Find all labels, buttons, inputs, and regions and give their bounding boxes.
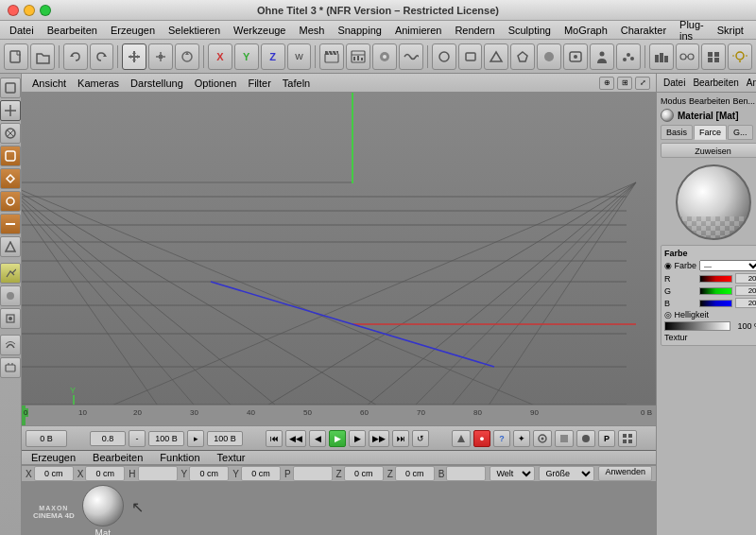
close-button[interactable] bbox=[8, 5, 19, 16]
toolbar-obj1[interactable] bbox=[432, 43, 456, 70]
menu-charakter[interactable]: Charakter bbox=[615, 24, 672, 37]
g-input[interactable] bbox=[735, 285, 756, 296]
pb-next-key[interactable]: ▶▶ bbox=[369, 430, 389, 447]
toolbar-keyframe[interactable] bbox=[372, 43, 397, 70]
toolbar-clapboard[interactable] bbox=[319, 43, 344, 70]
coord-x-input[interactable] bbox=[34, 466, 74, 481]
toolbar-light[interactable] bbox=[728, 43, 752, 70]
tab-textur[interactable]: Textur bbox=[214, 451, 249, 464]
toolbar-scatter[interactable] bbox=[616, 43, 641, 70]
sidebar-btn3[interactable] bbox=[0, 123, 21, 144]
sidebar-btn7[interactable] bbox=[0, 214, 21, 234]
pb-help[interactable]: ? bbox=[493, 430, 510, 447]
toolbar-world[interactable]: W bbox=[287, 43, 312, 70]
pb-step-back[interactable]: ◀ bbox=[309, 430, 326, 447]
menu-animieren[interactable]: Animieren bbox=[389, 24, 448, 37]
toolbar-new[interactable] bbox=[4, 43, 28, 70]
material-preview-ball[interactable] bbox=[82, 485, 124, 526]
toolbar-timeline[interactable] bbox=[346, 43, 370, 70]
vp-menu-darstellung[interactable]: Darstellung bbox=[126, 77, 188, 90]
r-input[interactable] bbox=[735, 273, 756, 284]
menu-datei[interactable]: Datei bbox=[4, 24, 40, 37]
g-slider[interactable] bbox=[699, 287, 733, 295]
pb-anim2[interactable] bbox=[555, 430, 574, 447]
vp-menu-ansicht[interactable]: Ansicht bbox=[27, 77, 71, 90]
coord-y-input[interactable] bbox=[189, 466, 229, 481]
farbe-dropdown[interactable]: — bbox=[699, 260, 756, 271]
right-menu-bearbeiten[interactable]: Bearbeiten bbox=[690, 77, 741, 89]
menu-bearbeiten[interactable]: Bearbeiten bbox=[42, 24, 103, 37]
vp-fullscreen-btn[interactable]: ⤢ bbox=[635, 77, 650, 90]
coord-b-input[interactable] bbox=[446, 466, 486, 481]
menu-snapping[interactable]: Snapping bbox=[332, 24, 387, 37]
toolbar-open[interactable] bbox=[30, 43, 55, 70]
pb-input1[interactable] bbox=[90, 431, 126, 446]
pb-record[interactable]: ● bbox=[473, 430, 490, 447]
sidebar-btn4[interactable] bbox=[0, 146, 21, 166]
right-menu-ansi[interactable]: Ansi... bbox=[744, 77, 756, 89]
menu-erzeugen[interactable]: Erzeugen bbox=[105, 24, 161, 37]
sidebar-btn11[interactable] bbox=[0, 308, 21, 329]
toolbar-mograph3[interactable] bbox=[701, 43, 726, 70]
pb-snap[interactable] bbox=[452, 430, 471, 447]
toolbar-scale[interactable] bbox=[148, 43, 173, 70]
viewport-3d[interactable]: Zentralperspektive bbox=[22, 93, 656, 405]
menu-plugins[interactable]: Plug-ins bbox=[674, 18, 710, 43]
toolbar-y-constraint[interactable]: Y bbox=[234, 43, 259, 70]
menu-mograph[interactable]: MoGraph bbox=[558, 24, 613, 37]
toolbar-person[interactable] bbox=[590, 43, 614, 70]
tab-funktion[interactable]: Funktion bbox=[156, 451, 203, 464]
vp-menu-kameras[interactable]: Kameras bbox=[73, 77, 124, 90]
sidebar-btn13[interactable] bbox=[0, 357, 21, 378]
coord-world-dropdown[interactable]: Welt Lokal bbox=[490, 466, 535, 481]
assign-button[interactable]: Zuweisen bbox=[661, 143, 756, 158]
toolbar-move[interactable] bbox=[122, 43, 146, 70]
sidebar-btn12[interactable] bbox=[0, 335, 21, 355]
maximize-button[interactable] bbox=[40, 5, 51, 16]
coord-z-input[interactable] bbox=[344, 466, 384, 481]
vp-menu-filter[interactable]: Filter bbox=[243, 77, 275, 90]
pb-prev-key[interactable]: ◀◀ bbox=[285, 430, 306, 447]
tab-bearbeiten[interactable]: Bearbeiten bbox=[89, 451, 146, 464]
material-large-preview[interactable] bbox=[676, 164, 751, 240]
pb-loop[interactable]: ↺ bbox=[412, 430, 429, 447]
sidebar-select[interactable] bbox=[0, 78, 21, 98]
menu-selektieren[interactable]: Selektieren bbox=[163, 24, 226, 37]
pb-input3[interactable] bbox=[207, 431, 243, 446]
coord-z2-input[interactable] bbox=[395, 466, 435, 481]
menu-fenster[interactable]: Fenster bbox=[751, 24, 756, 37]
pb-anim1[interactable] bbox=[533, 430, 552, 447]
toolbar-mograph1[interactable] bbox=[649, 43, 674, 70]
right-menu-datei[interactable]: Datei bbox=[661, 77, 688, 89]
menu-skript[interactable]: Skript bbox=[712, 24, 749, 37]
helligkeit-slider[interactable] bbox=[664, 321, 730, 331]
coord-h-input[interactable] bbox=[138, 466, 178, 481]
mat-tab-g[interactable]: G... bbox=[728, 125, 753, 140]
vp-menu-tafeln[interactable]: Tafeln bbox=[278, 77, 315, 90]
menu-rendern[interactable]: Rendern bbox=[449, 24, 500, 37]
mat-tab-farbe[interactable]: Farce bbox=[694, 125, 727, 140]
toolbar-obj2[interactable] bbox=[458, 43, 483, 70]
pb-p-btn[interactable]: P bbox=[598, 430, 615, 447]
coord-size-dropdown[interactable]: Größe Position bbox=[539, 466, 594, 481]
tab-erzeugen[interactable]: Erzeugen bbox=[27, 451, 79, 464]
coord-p-input[interactable] bbox=[293, 466, 333, 481]
toolbar-mograph2[interactable] bbox=[676, 43, 700, 70]
toolbar-x-constraint[interactable]: X bbox=[208, 43, 232, 70]
menu-mesh[interactable]: Mesh bbox=[293, 24, 330, 37]
toolbar-z-constraint[interactable]: Z bbox=[261, 43, 285, 70]
sidebar-btn5[interactable] bbox=[0, 168, 21, 189]
sidebar-btn10[interactable] bbox=[0, 285, 21, 306]
pb-anim3[interactable] bbox=[576, 430, 595, 447]
toolbar-obj5[interactable] bbox=[563, 43, 588, 70]
b-slider[interactable] bbox=[699, 300, 733, 307]
menu-werkzeuge[interactable]: Werkzeuge bbox=[228, 24, 291, 37]
pb-fwd-end[interactable]: ⏭ bbox=[392, 430, 409, 447]
sidebar-btn6[interactable] bbox=[0, 191, 21, 212]
toolbar-motion[interactable] bbox=[399, 43, 423, 70]
pb-grid[interactable] bbox=[618, 430, 637, 447]
timeline-ruler[interactable]: 0 10 20 30 40 50 60 70 80 90 0 B bbox=[22, 405, 656, 425]
pb-minus[interactable]: - bbox=[129, 430, 146, 447]
pb-play[interactable]: ▶ bbox=[329, 430, 346, 447]
pb-step-fwd[interactable]: ▶ bbox=[349, 430, 366, 447]
